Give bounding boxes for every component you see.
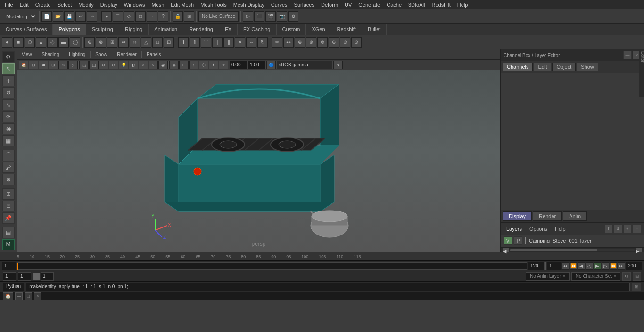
render-btn4[interactable]: 📷 (277, 11, 287, 22)
duplicate-face[interactable]: ⊙ (351, 37, 362, 48)
tab-sculpting[interactable]: Sculpting (86, 24, 119, 35)
cone-prim[interactable]: ▲ (36, 37, 46, 48)
tab-redshift[interactable]: Redshift (331, 24, 362, 35)
cube-prim[interactable]: ■ (13, 37, 24, 48)
win-restore-btn[interactable]: □ (25, 292, 32, 300)
merge-btn[interactable]: ⊛ (306, 37, 316, 48)
menu-surfaces[interactable]: Surfaces (291, 1, 317, 8)
pen-tool[interactable]: ✏ (272, 37, 282, 48)
menu-help[interactable]: Help (454, 1, 471, 8)
render-btn1[interactable]: ▷ (243, 11, 253, 22)
select-arrow-tool[interactable]: ↖ (2, 63, 15, 74)
range-start-field[interactable]: 1 (547, 262, 561, 270)
dra-anim-tab[interactable]: Anim (563, 211, 587, 221)
cb-min-btn[interactable]: — (623, 51, 632, 59)
layer-playback-btn[interactable]: P (514, 236, 522, 245)
menu-windows[interactable]: Windows (121, 1, 148, 8)
cam-home[interactable]: 🏠 (19, 61, 28, 69)
cam-smooth[interactable]: ◫ (89, 61, 99, 69)
lattice-tool[interactable]: ⊟ (2, 201, 15, 211)
cam-poly-count[interactable]: # (219, 61, 228, 69)
layers-scrollbar[interactable]: ◀ ▶ (501, 247, 644, 252)
cam-crease[interactable]: ✦ (209, 61, 218, 69)
menu-redshift[interactable]: Redshift (429, 1, 453, 8)
cam-wireframe[interactable]: ⬚ (79, 61, 89, 69)
rotate-tool[interactable]: ↺ (2, 87, 15, 98)
step-fwd-btn[interactable]: ▷ (602, 262, 609, 270)
menu-display[interactable]: Display (98, 1, 120, 8)
settings-icon[interactable]: ⚙ (2, 51, 15, 62)
cb-tab-show[interactable]: Show (577, 63, 598, 71)
bb-extra-btn[interactable]: ⊞ (633, 272, 641, 281)
win-min-btn[interactable]: — (15, 292, 23, 300)
disk-prim[interactable]: ◯ (70, 37, 80, 48)
paint-effects[interactable]: 🖌 (2, 162, 15, 173)
renderer-menu[interactable]: Renderer (114, 51, 140, 57)
new-scene-btn[interactable]: 📄 (41, 11, 52, 22)
mirror-btn[interactable]: ⇔ (118, 37, 129, 48)
cam-shadows[interactable]: ◐ (129, 61, 138, 69)
layer-visibility-btn[interactable]: V (504, 236, 512, 245)
show-menu[interactable]: Show (92, 51, 110, 57)
live-surface-btn[interactable]: No Live Surface (198, 11, 239, 22)
anim-layer-selector[interactable]: No Anim Layer ▾ (526, 272, 570, 281)
bb-field2[interactable]: 1 (18, 272, 31, 281)
cam-bb[interactable]: □ (179, 61, 189, 69)
cam-select-all[interactable]: ⊕ (58, 61, 68, 69)
scripting-language[interactable]: Python (3, 283, 24, 291)
layers-tab-layers[interactable]: Layers (504, 225, 525, 233)
cam-record[interactable]: ⏺ (39, 61, 48, 69)
cb-tab-channels[interactable]: Channels (503, 63, 533, 71)
layers-tab-help[interactable]: Help (552, 225, 569, 233)
cam-textured[interactable]: ⊙ (109, 61, 118, 69)
cam-fit[interactable]: ⊡ (29, 61, 38, 69)
redo-btn[interactable]: ↪ (87, 11, 97, 22)
insert-loop[interactable]: | (212, 37, 223, 48)
colorspace-arrow[interactable]: ▾ (333, 61, 343, 69)
menu-file[interactable]: File (2, 1, 16, 8)
cam-isolate[interactable]: ◈ (169, 61, 179, 69)
save-btn[interactable]: 💾 (64, 11, 74, 22)
copy-output-btn[interactable]: ⊞ (632, 283, 641, 291)
next-key-btn[interactable]: ⏩ (610, 262, 617, 270)
layers-btn3[interactable]: + (623, 225, 632, 233)
cb-tab-edit[interactable]: Edit (534, 63, 551, 71)
layers-tab-options[interactable]: Options (527, 225, 550, 233)
layers-scroll-left[interactable]: ◀ (503, 248, 509, 252)
bb-field3[interactable]: 1 (41, 272, 54, 281)
render-region[interactable]: ▤ (2, 227, 15, 238)
offset-loop[interactable]: ‖ (223, 37, 234, 48)
collapse-btn[interactable]: ⊜ (295, 37, 305, 48)
shading-menu[interactable]: Shading (39, 51, 62, 57)
lasso-select[interactable]: ⌒ (2, 150, 15, 161)
cam-dof[interactable]: ◉ (158, 61, 168, 69)
cam-xray[interactable]: ⊗ (99, 61, 108, 69)
tab-rendering[interactable]: Rendering (183, 24, 219, 35)
smooth-btn[interactable]: ≋ (130, 37, 140, 48)
cam-uvs[interactable]: ⬡ (199, 61, 208, 69)
snap-grid[interactable]: ⊞ (184, 11, 194, 22)
dra-render-tab[interactable]: Render (533, 211, 562, 221)
colorspace-dropdown[interactable]: sRGB gamma (276, 61, 333, 69)
viewport[interactable]: View Shading Lighting Show Renderer Pane… (17, 49, 500, 252)
tab-animation[interactable]: Animation (149, 24, 183, 35)
layers-btn4[interactable]: − (633, 225, 641, 233)
detach-btn[interactable]: ⊘ (340, 37, 350, 48)
menu-edit[interactable]: Edit (17, 1, 32, 8)
circle-select[interactable]: ○ (147, 11, 157, 22)
current-frame-field[interactable]: 1 (2, 262, 16, 270)
select-tool[interactable]: ▸ (101, 11, 112, 22)
bridge-btn[interactable]: ⇑ (190, 37, 200, 48)
timeline-track[interactable] (17, 262, 527, 270)
lighting-menu[interactable]: Lighting (66, 51, 88, 57)
undo-btn[interactable]: ↩ (75, 11, 86, 22)
cam-grid[interactable]: ⊞ (49, 61, 58, 69)
bb-settings-btn[interactable]: ⚙ (622, 272, 631, 281)
menu-select[interactable]: Select (55, 1, 75, 8)
view-menu[interactable]: View (19, 51, 35, 57)
menu-mesh-display[interactable]: Mesh Display (231, 1, 267, 8)
menu-mesh-tools[interactable]: Mesh Tools (198, 1, 229, 8)
menu-edit-mesh[interactable]: Edit Mesh (168, 1, 197, 8)
box-select[interactable]: □ (135, 11, 146, 22)
plane-prim[interactable]: ▬ (58, 37, 69, 48)
